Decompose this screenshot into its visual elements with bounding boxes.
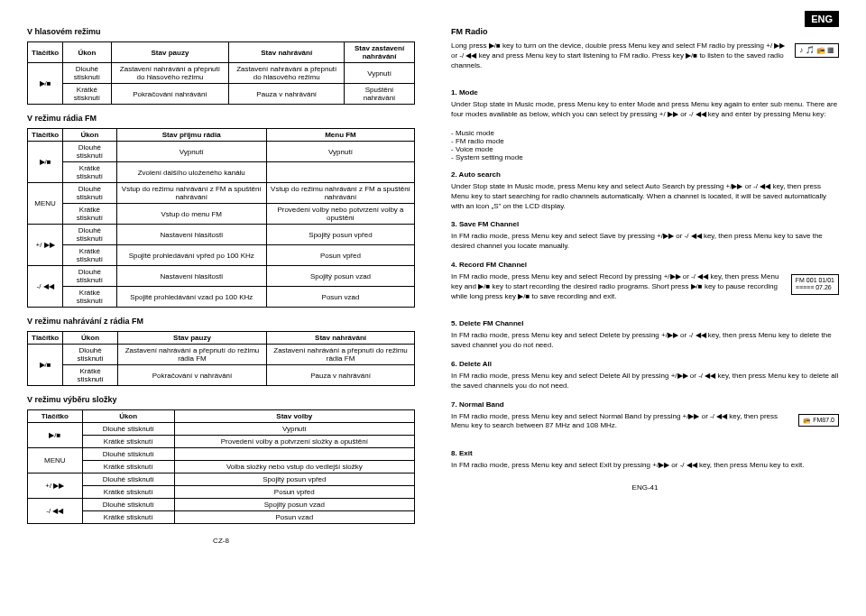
heading-record: 4. Record FM Channel	[451, 261, 839, 269]
td: Vypnutí	[174, 423, 414, 436]
td: ▶/■	[28, 142, 63, 183]
td: Zastavení nahrávání a přepnutí do hlasov…	[111, 63, 229, 84]
td: Krátké stisknutí	[63, 245, 116, 266]
td: Dlouhé stisknutí	[63, 266, 116, 287]
th: Stav zastavení nahrávání	[345, 42, 415, 63]
td: Vstup do režimu nahrávání z FM a spuštěn…	[266, 183, 414, 204]
td: Krátké stisknutí	[82, 461, 174, 473]
td: Krátké stisknutí	[82, 511, 174, 524]
td: Nastavení hlasitosti	[116, 225, 266, 245]
td	[266, 162, 414, 183]
section-heading: V režimu výběru složky	[27, 395, 415, 404]
td: MENU	[28, 183, 63, 225]
td: Pauza v nahrávání	[229, 84, 345, 105]
td: Dlouhé stisknutí	[63, 345, 118, 365]
td: Provedení volby a potvrzení složky a opu…	[174, 436, 414, 448]
td: Vypnutí	[345, 63, 415, 84]
heading-save: 3. Save FM Channel	[451, 220, 839, 228]
td: Posun vzad	[174, 511, 414, 524]
th: Tlačítko	[28, 332, 63, 345]
section-heading: V režimu rádia FM	[27, 114, 415, 123]
lcd-line: ≡≡≡≡≡ 07.26	[796, 284, 834, 291]
paragraph: Under Stop state in Music mode, press Me…	[451, 182, 839, 211]
td: Zvolení dalšího uloženého kanálu	[116, 162, 266, 183]
paragraph: In FM radio mode, press Menu key and sel…	[451, 272, 839, 301]
td: MENU	[28, 448, 83, 473]
td: Zastavení nahrávání a přepnutí do režimu…	[267, 345, 415, 365]
td: Krátké stisknutí	[82, 486, 174, 499]
td: Dlouhé stisknutí	[82, 499, 174, 511]
paragraph: In FM radio mode, press Menu key and sel…	[451, 331, 839, 351]
list-item: System setting mode	[451, 153, 839, 161]
table-fm-radio-mode: Tlačítko Úkon Stav příjmu rádia Menu FM …	[27, 128, 415, 308]
td: Krátké stisknutí	[63, 204, 116, 225]
page-number-left: CZ-8	[27, 537, 415, 545]
td: Krátké stisknutí	[63, 365, 118, 386]
table-fm-record-mode: Tlačítko Úkon Stav pauzy Stav nahrávání …	[27, 331, 415, 386]
th: Stav nahrávání	[267, 332, 415, 345]
td: Pokračování v nahrávání	[117, 365, 266, 386]
heading-delete-all: 6. Delete All	[451, 360, 839, 368]
td: ▶/■	[28, 63, 63, 105]
td: Spojitý posun vpřed	[174, 473, 414, 486]
heading-delete: 5. Delete FM Channel	[451, 319, 839, 327]
th: Úkon	[63, 129, 116, 142]
paragraph: In FM radio mode, press Menu key and sel…	[451, 232, 839, 252]
td: Krátké stisknutí	[63, 162, 116, 183]
td: Pauza v nahrávání	[267, 365, 415, 386]
lcd-record: FM 001 01/01 ≡≡≡≡≡ 07.26	[791, 274, 839, 295]
th: Stav pauzy	[117, 332, 266, 345]
td: Posun vzad	[266, 287, 414, 308]
music-icon: ♪ 🎵 📻 ▦	[799, 46, 834, 54]
td: Spojitý posun vzad	[174, 499, 414, 511]
table-voice-mode: Tlačítko Úkon Stav pauzy Stav nahrávání …	[27, 41, 415, 105]
th: Menu FM	[266, 129, 414, 142]
td: Nastavení hlasitosti	[116, 266, 266, 287]
td: Spojité prohledávání vzad po 100 KHz	[116, 287, 266, 308]
lcd-line: FM 001 01/01	[796, 277, 834, 284]
td: Dlouhé stisknutí	[63, 225, 116, 245]
td: Spuštění nahrávání	[345, 84, 415, 105]
td: Spojitý posun vzad	[266, 266, 414, 287]
td: Zastavení nahrávání a přepnutí do hlasov…	[229, 63, 345, 84]
td: Dlouhé stisknutí	[63, 63, 111, 84]
paragraph: Under Stop state in Music mode, press Me…	[451, 100, 839, 120]
td: Vypnutí	[116, 142, 266, 162]
radio-icon: 📻	[803, 417, 813, 423]
lcd-band: 📻 FM87.0	[798, 414, 839, 427]
td: Posun vpřed	[266, 245, 414, 266]
th: Stav volby	[174, 410, 414, 423]
th: Tlačítko	[28, 129, 63, 142]
td: -/ ◀◀	[28, 266, 63, 308]
td: Krátké stisknutí	[63, 287, 116, 308]
section-heading: V režimu nahrávání z rádia FM	[27, 317, 415, 326]
th: Úkon	[63, 332, 118, 345]
table-folder-mode: Tlačítko Úkon Stav volby ▶/■ Dlouhé stis…	[27, 409, 415, 524]
th: Stav nahrávání	[229, 42, 345, 63]
heading-exit: 8. Exit	[451, 449, 839, 457]
td: Spojité prohledávání vpřed po 100 KHz	[116, 245, 266, 266]
page-number-right: ENG-41	[451, 483, 839, 492]
list-item: Music mode	[451, 129, 839, 137]
th: Tlačítko	[28, 410, 83, 423]
paragraph: In FM radio mode, press Menu key and sel…	[451, 372, 839, 391]
left-page: V hlasovém režimu Tlačítko Úkon Stav pau…	[27, 18, 415, 545]
heading-mode: 1. Mode	[451, 88, 839, 97]
th: Úkon	[82, 410, 174, 423]
lcd-text: FM87.0	[813, 417, 834, 423]
td: Dlouhé stisknutí	[63, 142, 116, 162]
th: Stav pauzy	[111, 42, 229, 63]
td: +/ ▶▶	[28, 473, 83, 499]
td	[174, 448, 414, 461]
td: Zastavení nahrávání a přepnutí do režimu…	[117, 345, 266, 365]
list-item: FM radio mode	[451, 137, 839, 145]
th: Stav příjmu rádia	[116, 129, 266, 142]
td: Volba složky nebo vstup do vedlejší slož…	[174, 461, 414, 473]
td: Posun vpřed	[174, 486, 414, 499]
section-heading: V hlasovém režimu	[27, 27, 415, 36]
td: ▶/■	[28, 345, 63, 386]
language-badge: ENG	[805, 11, 839, 27]
heading-normal-band: 7. Normal Band	[451, 400, 839, 409]
paragraph: In FM radio mode, press Menu key and sel…	[451, 412, 839, 432]
td: +/ ▶▶	[28, 225, 63, 266]
